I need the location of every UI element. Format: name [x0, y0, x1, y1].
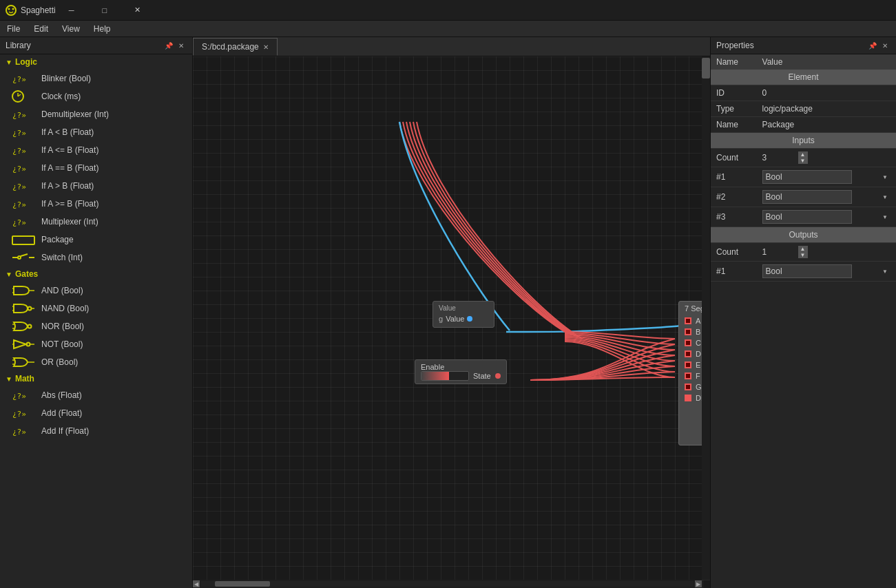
menu-edit[interactable]: Edit [27, 21, 55, 37]
category-gates-label: Gates [15, 269, 38, 279]
lib-item-if-lte[interactable]: ¿?» If A <= B (Float) [0, 141, 192, 159]
props-input-1-select[interactable]: Bool Int Float [762, 170, 852, 184]
props-inputs-count-up[interactable]: ▲ [798, 151, 808, 158]
lib-item-switch[interactable]: Switch (Int) [0, 249, 192, 266]
lib-item-package-label: Package [41, 235, 74, 244]
library-pin-button[interactable]: 📌 [163, 40, 174, 51]
not-icon [11, 337, 36, 351]
svg-text:¿?»: ¿?» [12, 392, 26, 401]
value-out-port[interactable] [467, 316, 472, 322]
props-col-name: Name [711, 54, 757, 70]
props-type-label: Type [711, 101, 757, 117]
lib-item-mux[interactable]: ¿?» Multiplexer (Int) [0, 213, 192, 231]
category-gates[interactable]: ▼ Gates [0, 266, 192, 282]
lib-item-or[interactable]: OR (Bool) [0, 353, 192, 371]
lib-item-if-gt-label: If A > B (Float) [41, 181, 94, 191]
menu-help[interactable]: Help [87, 21, 118, 37]
seg-port-a-indicator [685, 317, 691, 324]
props-id-label: ID [711, 85, 757, 101]
canvas-scroll-right[interactable]: ▶ [695, 580, 702, 587]
svg-point-17 [18, 256, 21, 259]
props-inputs-count-down[interactable]: ▼ [798, 158, 808, 164]
lib-item-blinker-label: Blinker (Bool) [41, 74, 91, 83]
lib-item-nor[interactable]: NOR (Bool) [0, 317, 192, 335]
lib-item-not[interactable]: NOT (Bool) [0, 335, 192, 353]
lib-item-package[interactable]: Package [0, 231, 192, 249]
lib-item-add[interactable]: ¿?» Add (Float) [0, 404, 192, 422]
value-node[interactable]: Value g Value [433, 301, 494, 328]
lib-item-nand[interactable]: NAND (Bool) [0, 300, 192, 317]
minimize-button[interactable]: ─ [56, 0, 87, 21]
maximize-button[interactable]: □ [89, 0, 121, 21]
enable-slider[interactable] [421, 371, 469, 381]
canvas-hscroll[interactable]: ◀ ▶ [193, 580, 702, 588]
value-node-title: Value [439, 304, 488, 312]
props-input-2-select[interactable]: Bool Int Float [762, 190, 852, 204]
lib-item-clock[interactable]: Clock (ms) [0, 87, 192, 105]
lib-item-nor-label: NOR (Bool) [41, 322, 84, 331]
props-inputs-count-input[interactable] [762, 153, 797, 162]
properties-close-button[interactable]: ✕ [879, 40, 890, 51]
lib-item-blinker[interactable]: ¿?» Blinker (Bool) [0, 70, 192, 87]
svg-text:¿?»: ¿?» [12, 129, 26, 138]
lib-item-mux-label: Multiplexer (Int) [41, 217, 98, 227]
canvas-scroll-left[interactable]: ◀ [193, 580, 200, 587]
props-input-3-cell: Bool Int Float ▼ [757, 207, 896, 227]
demux-icon: ¿?» [11, 107, 36, 121]
canvas-wrapper[interactable]: Value g Value Enable State [193, 56, 710, 588]
lib-item-if-lt[interactable]: ¿?» If A < B (Float) [0, 123, 192, 141]
if-gt-icon: ¿?» [11, 179, 36, 193]
close-button[interactable]: ✕ [122, 0, 154, 21]
tab-bcd-package[interactable]: S:/bcd.package ✕ [193, 38, 278, 56]
svg-point-0 [6, 6, 16, 15]
menu-view[interactable]: View [55, 21, 87, 37]
tab-close-icon[interactable]: ✕ [263, 43, 269, 51]
properties-panel: Properties 📌 ✕ Name Value Element [710, 37, 896, 588]
tabs-bar: S:/bcd.package ✕ [193, 37, 710, 56]
lib-item-add-label: Add (Float) [41, 408, 82, 418]
category-logic-arrow: ▼ [6, 59, 12, 66]
category-math-label: Math [15, 374, 34, 384]
app-icon [6, 5, 17, 16]
svg-text:¿?»: ¿?» [12, 165, 26, 174]
lib-item-if-lte-label: If A <= B (Float) [41, 145, 98, 155]
svg-text:¿?»: ¿?» [12, 75, 26, 84]
enable-node[interactable]: Enable State [415, 359, 507, 384]
props-section-outputs: Outputs [711, 227, 896, 243]
canvas-hscroll-thumb[interactable] [215, 581, 270, 587]
category-math[interactable]: ▼ Math [0, 371, 192, 386]
canvas-vscroll[interactable] [702, 56, 710, 580]
library-close-button[interactable]: ✕ [176, 40, 187, 51]
tab-label: S:/bcd.package [202, 42, 259, 52]
properties-pin-button[interactable]: 📌 [867, 40, 878, 51]
lib-item-if-eq[interactable]: ¿?» If A == B (Float) [0, 159, 192, 177]
canvas-vscroll-thumb[interactable] [702, 58, 710, 78]
props-input-2-arrow: ▼ [882, 194, 888, 200]
seg-port-d-indicator [685, 350, 691, 357]
props-outputs-count-label: Count [711, 243, 757, 262]
lib-item-and[interactable]: AND (Bool) [0, 282, 192, 300]
clock-icon [11, 90, 36, 103]
props-row-name: Name Package [711, 117, 896, 133]
add-icon: ¿?» [11, 406, 36, 420]
canvas-area: S:/bcd.package ✕ [193, 37, 710, 588]
props-output-1-select[interactable]: Bool Int Float [762, 264, 852, 278]
lib-item-demux[interactable]: ¿?» Demultiplexer (Int) [0, 105, 192, 123]
props-input-3-row: #3 Bool Int Float ▼ [711, 207, 896, 227]
svg-point-22 [28, 307, 32, 311]
lib-item-add-if[interactable]: ¿?» Add If (Float) [0, 422, 192, 440]
state-out-port[interactable] [495, 373, 501, 379]
props-input-3-select[interactable]: Bool Int Float [762, 210, 852, 224]
props-outputs-count-up[interactable]: ▲ [798, 246, 808, 252]
props-outputs-count-input[interactable] [762, 247, 797, 257]
lib-item-if-gte[interactable]: ¿?» If A >= B (Float) [0, 195, 192, 213]
category-logic[interactable]: ▼ Logic [0, 54, 192, 70]
lib-item-if-gt[interactable]: ¿?» If A > B (Float) [0, 177, 192, 195]
titlebar: Spaghetti ─ □ ✕ [0, 0, 896, 21]
props-outputs-count-down[interactable]: ▼ [798, 252, 808, 258]
menu-file[interactable]: File [0, 21, 27, 37]
lib-item-abs[interactable]: ¿?» Abs (Float) [0, 386, 192, 404]
props-input-1-cell: Bool Int Float ▼ [757, 167, 896, 187]
svg-point-1 [8, 8, 10, 10]
canvas-hscroll-track[interactable] [201, 581, 694, 587]
